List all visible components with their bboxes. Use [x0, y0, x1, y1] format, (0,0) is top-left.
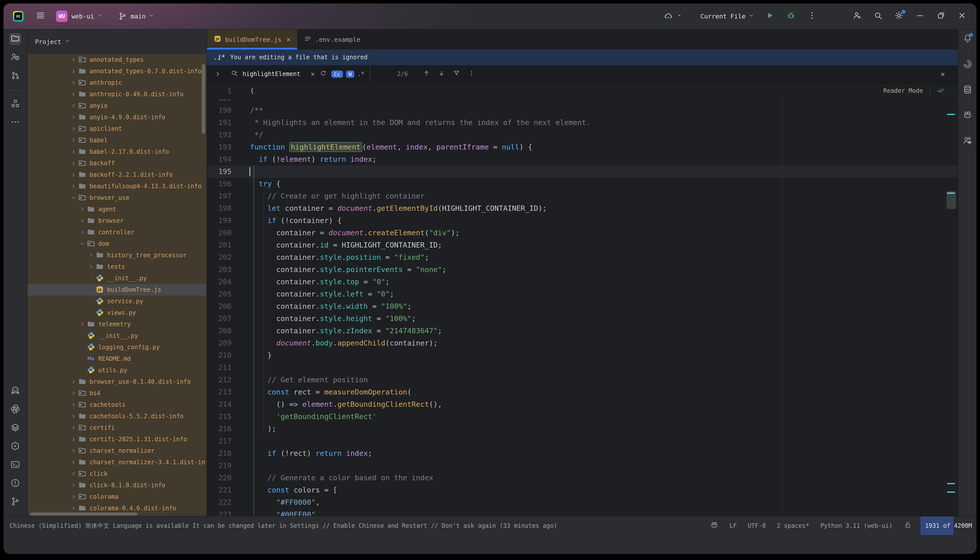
tab-.env.example[interactable]: .env.example [297, 30, 367, 50]
line-number[interactable]: 221 [207, 484, 238, 496]
run-button[interactable] [765, 11, 775, 22]
chevron-right-icon[interactable] [69, 68, 78, 74]
tree-row[interactable]: certifi [28, 422, 207, 433]
tree-row[interactable]: dom [28, 238, 207, 250]
tree-row[interactable]: annotated_types [28, 54, 207, 65]
tree-row[interactable]: MREADME.md [28, 353, 207, 365]
search-field[interactable]: highlightElement × CcW.* [227, 65, 370, 82]
search-mark[interactable] [947, 492, 955, 493]
tree-row[interactable]: logging_config.py [28, 342, 207, 353]
code-line[interactable]: 223 "#00FF00", [207, 508, 958, 516]
line-number[interactable]: 207 [207, 312, 238, 325]
close-find-icon[interactable]: × [940, 70, 945, 78]
code-line[interactable]: 208 container.style.zIndex = "2147483647… [207, 325, 958, 337]
chevron-right-icon[interactable] [69, 137, 78, 143]
tree-row[interactable]: browser_use [28, 192, 207, 203]
code-line[interactable]: 204 container.style.top = "0"; [207, 276, 958, 288]
settings-button[interactable] [893, 11, 905, 22]
line-number[interactable]: 210 [207, 349, 238, 362]
status-item-utf-8[interactable]: UTF-8 [748, 522, 766, 529]
code-line[interactable]: 196 try { [207, 178, 958, 190]
branch-selector[interactable]: main [117, 11, 155, 22]
maximize-button[interactable] [935, 11, 947, 22]
toolbar-terminal-button[interactable] [9, 459, 21, 471]
tab-close-icon[interactable]: × [287, 35, 291, 44]
chevron-right-icon[interactable] [69, 413, 78, 419]
chevron-right-icon[interactable] [78, 321, 87, 327]
chevron-right-icon[interactable] [87, 252, 95, 258]
tree-row[interactable]: browser_use-0.1.40.dist-info [28, 376, 207, 388]
code-line[interactable]: 189 [207, 99, 958, 104]
more-actions-button[interactable] [807, 11, 818, 22]
tree-row[interactable]: __init__.py [28, 272, 207, 284]
line-number[interactable]: 202 [207, 251, 238, 263]
tree-row[interactable]: service.py [28, 295, 207, 307]
code-line[interactable]: 206 container.style.width = "100%"; [207, 300, 958, 312]
tree-row[interactable]: anthropic-0.49.0.dist-info [28, 88, 207, 100]
line-number[interactable]: 212 [207, 374, 238, 386]
chevron-right-icon[interactable] [69, 91, 78, 97]
tree-row[interactable]: click [28, 468, 207, 480]
line-number[interactable]: 216 [207, 423, 238, 435]
code-editor[interactable]: 189190/**191 * Highlights an element in … [207, 99, 958, 516]
line-number[interactable]: 201 [207, 239, 238, 251]
tab-buildDomTree.js[interactable]: JSbuildDomTree.js× [207, 30, 297, 50]
project-selector[interactable]: web-ui [72, 12, 103, 20]
code-line[interactable]: 200 container = document.createElement("… [207, 227, 958, 239]
line-number[interactable]: 200 [207, 227, 238, 239]
code-line[interactable]: 219 [207, 460, 958, 472]
line-number[interactable]: 194 [207, 153, 238, 165]
line-number[interactable]: 203 [207, 263, 238, 276]
line-number[interactable]: 198 [207, 202, 238, 215]
code-line[interactable]: 209 document.body.appendChild(container)… [207, 337, 958, 349]
status-message[interactable]: Chinese (Simplified) 简体中文 Language is av… [10, 522, 557, 530]
copilot-status-icon[interactable] [710, 521, 718, 531]
chevron-right-icon[interactable] [78, 229, 87, 235]
tree-row[interactable]: colorama [28, 491, 207, 502]
tree-row[interactable]: views.py [28, 307, 207, 318]
previous-match-icon[interactable] [423, 70, 430, 78]
code-line[interactable]: 191 * Highlights an element in the DOM a… [207, 117, 958, 129]
chevron-right-icon[interactable] [69, 379, 78, 385]
chevron-right-icon[interactable] [69, 149, 78, 155]
tree-row[interactable]: tests [28, 261, 207, 272]
project-badge[interactable]: WU [56, 10, 68, 22]
tree-row[interactable]: beautifulsoup4-4.13.3.dist-info [28, 180, 207, 192]
toolbar-layers-button[interactable] [9, 422, 21, 434]
scrollbar-thumb[interactable] [947, 191, 956, 209]
chevron-right-icon[interactable] [69, 494, 78, 500]
chevron-right-icon[interactable] [69, 505, 78, 511]
search-history-icon[interactable] [319, 70, 327, 78]
tree-row[interactable]: apiclient [28, 123, 207, 135]
toolbar-copilot-button[interactable] [962, 110, 973, 122]
code-line[interactable]: 192 */ [207, 129, 958, 141]
expand-replace-icon[interactable] [207, 70, 227, 78]
tree-row[interactable]: history_tree_processor [28, 250, 207, 261]
code-line[interactable]: 221 const colors = [ [207, 484, 958, 496]
toggle-.*[interactable]: .* [357, 70, 365, 78]
line-number[interactable]: 218 [207, 447, 238, 460]
chevron-right-icon[interactable] [69, 183, 78, 189]
chevron-right-icon[interactable] [69, 448, 78, 454]
chevron-right-icon[interactable] [69, 172, 78, 178]
tree-row[interactable]: charset_normalizer [28, 445, 207, 457]
pycharm-logo-icon[interactable]: PC [13, 11, 23, 22]
line-number[interactable]: 192 [207, 129, 238, 141]
code-line[interactable]: 217 [207, 435, 958, 447]
debug-button[interactable] [785, 11, 797, 22]
code-line[interactable]: 195 [207, 165, 958, 178]
tree-row[interactable]: anyio-4.9.0.dist-info [28, 112, 207, 123]
tree-row[interactable]: babel [28, 135, 207, 146]
tree-row[interactable]: backoff [28, 158, 207, 169]
filter-icon[interactable] [453, 70, 460, 78]
line-number[interactable]: 204 [207, 276, 238, 288]
code-line[interactable]: 213 const rect = measureDomOperation( [207, 386, 958, 398]
tree-row[interactable]: cachetools-5.5.2.dist-info [28, 410, 207, 422]
project-tree[interactable]: annotated_typesannotated_types-0.7.0.dis… [28, 54, 207, 516]
add-user-button[interactable] [852, 11, 862, 22]
chevron-right-icon[interactable] [78, 206, 87, 212]
line-number[interactable]: 191 [207, 117, 238, 129]
line-number[interactable]: 205 [207, 288, 238, 300]
chevron-right-icon[interactable] [69, 402, 78, 408]
memory-indicator[interactable]: 1931 of 4200M [920, 517, 977, 535]
